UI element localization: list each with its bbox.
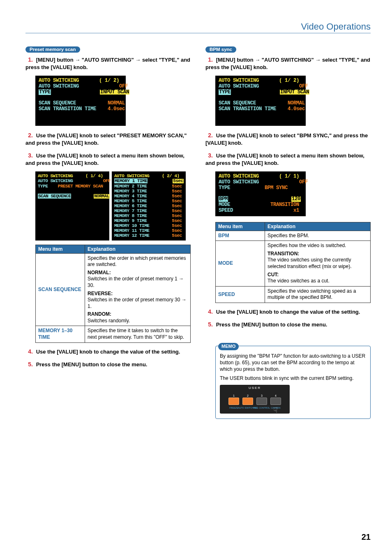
step-text: Use the [VALUE] knob to change the value…	[36, 349, 180, 355]
right-explanation-table: Menu item Explanation BPM Specifies the …	[215, 222, 371, 303]
step-number: 5.	[25, 361, 33, 368]
bpm-sync-pill: BPM sync	[205, 46, 236, 53]
lcd-screen-right-3: AUTO SWITCHING ( 1/ 1) AUTO SWITCHING OF…	[215, 171, 306, 216]
subhead: CUT:	[267, 272, 368, 278]
page-number: 21	[362, 532, 371, 542]
arrow-icon: →	[75, 57, 80, 63]
text: Specifies the order in which preset memo…	[88, 255, 188, 268]
left-step-4: 4. Use the [VALUE] knob to change the va…	[25, 348, 191, 356]
arrow-icon: →	[135, 57, 141, 63]
table-row: SCAN SEQUENCE Specifies the order in whi…	[36, 253, 191, 326]
step-text: Use the [VALUE] knob to select a menu it…	[205, 153, 364, 166]
step-number: 2.	[25, 132, 33, 139]
explanation-cell: Specifies how the video is switched. TRA…	[265, 241, 371, 287]
table-header-menu-item: Menu item	[36, 245, 85, 253]
left-step-1: 1. [MENU] button → "AUTO SWITCHING" → se…	[25, 56, 191, 71]
user-buttons-illustration: USER 1FREEZE 2AUTO SWITCHING 3REC CONTRO…	[220, 385, 290, 414]
text-part: "AUTO SWITCHING"	[80, 57, 135, 63]
user-button-1: 1FREEZE	[228, 398, 239, 405]
menu-item-bpm: BPM	[216, 231, 265, 241]
memo-label: MEMO	[218, 343, 239, 350]
subhead: RANDOM:	[88, 311, 188, 318]
left-step-2: 2. Use the [VALUE] knob to select "PRESE…	[25, 132, 191, 146]
memo-paragraph-1: By assigning the "BPM TAP" function for …	[220, 353, 366, 373]
step-text: Use the [VALUE] knob to select "PRESET M…	[25, 132, 187, 146]
subhead: REVERSE:	[88, 291, 188, 297]
step-text: [MENU] button → "AUTO SWITCHING" → selec…	[25, 57, 190, 70]
table-header-explanation: Explanation	[265, 222, 371, 231]
arrow-icon: →	[315, 57, 321, 63]
preset-memory-scan-pill: Preset memory scan	[25, 46, 80, 53]
step-number: 1.	[25, 56, 33, 64]
user-label: USER	[249, 386, 261, 391]
explanation-cell: Specifies the video switching speed as a…	[265, 286, 371, 303]
explanation-cell: Specifies the BPM.	[265, 231, 371, 241]
right-step-3: 3. Use the [VALUE] knob to select a menu…	[205, 152, 371, 166]
left-explanation-table: Menu item Explanation SCAN SEQUENCE Spec…	[35, 245, 191, 343]
text: Switches in the order of preset memory 1…	[88, 276, 188, 289]
text-part: [MENU] button	[36, 57, 75, 63]
arrow-icon: →	[255, 57, 260, 63]
explanation-cell: Specifies the order in which preset memo…	[85, 253, 191, 326]
step-number: 1.	[205, 56, 213, 64]
step-number: 2.	[205, 132, 213, 139]
step-number: 5.	[205, 321, 213, 328]
table-header-explanation: Explanation	[85, 245, 191, 253]
right-step-2: 2. Use the [VALUE] knob to select "BPM S…	[205, 132, 371, 146]
header-divider	[25, 33, 371, 33]
menu-item-scan-sequence: SCAN SEQUENCE	[36, 253, 85, 326]
step-number: 4.	[25, 348, 33, 356]
right-step-4: 4. Use the [VALUE] knob to change the va…	[205, 308, 371, 316]
section-header: Video Operations	[301, 21, 371, 32]
menu-item-mode: MODE	[216, 241, 265, 287]
menu-item-memory-time: MEMORY 1–30 TIME	[36, 326, 85, 342]
table-header-menu-item: Menu item	[216, 222, 265, 231]
user-button-2: 2AUTO SWITCHING	[242, 398, 253, 405]
lcd-screen-left-3b: AUTO SWITCHING ( 2/ 4) MEMORY 1 TIME 5se…	[112, 171, 186, 240]
step-text: [MENU] button → "AUTO SWITCHING" → selec…	[205, 57, 370, 70]
arrow-icon: →	[182, 297, 187, 303]
step-number: 3.	[25, 152, 33, 160]
text-part: [MENU] button	[216, 57, 255, 63]
lcd-screen-right-1: AUTO SWITCHING ( 1/ 2) AUTO SWITCHING OF…	[215, 76, 306, 126]
text: Specifies how the video is switched.	[267, 243, 368, 249]
subhead: TRANSITION:	[267, 251, 368, 257]
text: The video switches as a cut.	[267, 278, 368, 284]
step-number: 4.	[205, 308, 213, 316]
hand-icon: ☟	[273, 405, 278, 415]
step-text: Press the [MENU] button to close the men…	[36, 361, 148, 368]
text: Switches randomly.	[88, 318, 188, 324]
step-text: Press the [MENU] button to close the men…	[216, 321, 327, 328]
user-button-3: 3REC CONTROL	[256, 398, 267, 405]
text-part: "AUTO SWITCHING"	[260, 57, 315, 63]
right-step-5: 5. Press the [MENU] button to close the …	[205, 321, 371, 328]
table-row: MEMORY 1–30 TIME Specifies the time it t…	[36, 326, 191, 342]
lcd-screen-left-3a: AUTO SWITCHING ( 1/ 4) AUTO SWITCHING OF…	[35, 171, 109, 240]
step-text: Use the [VALUE] knob to select a menu it…	[25, 153, 184, 166]
user-button-4: 4CAMERA	[270, 398, 281, 405]
memo-paragraph-2: The USER buttons blink in sync with the …	[220, 375, 366, 382]
left-step-3: 3. Use the [VALUE] knob to select a menu…	[25, 152, 191, 166]
table-row: MODE Specifies how the video is switched…	[216, 241, 371, 287]
text: Switches in the order of preset memory 3…	[88, 297, 188, 310]
step-text: Use the [VALUE] knob to select "BPM SYNC…	[205, 132, 368, 146]
table-row: SPEED Specifies the video switching spee…	[216, 286, 371, 303]
arrow-icon: →	[179, 276, 184, 282]
step-number: 3.	[205, 152, 213, 160]
right-column: BPM sync 1. [MENU] button → "AUTO SWITCH…	[205, 46, 371, 419]
subhead: NORMAL:	[88, 270, 188, 276]
left-step-5: 5. Press the [MENU] button to close the …	[25, 361, 191, 368]
explanation-cell: Specifies the time it takes to switch to…	[85, 326, 191, 342]
step-text: Use the [VALUE] knob to change the value…	[216, 309, 360, 315]
text: The video switches using the currently s…	[267, 257, 368, 270]
right-step-1: 1. [MENU] button → "AUTO SWITCHING" → se…	[205, 56, 371, 71]
menu-item-speed: SPEED	[216, 286, 265, 303]
left-column: Preset memory scan 1. [MENU] button → "A…	[25, 46, 191, 419]
table-row: BPM Specifies the BPM.	[216, 231, 371, 241]
memo-box: MEMO By assigning the "BPM TAP" function…	[215, 346, 371, 419]
lcd-screen-left-1: AUTO SWITCHING ( 1/ 2) AUTO SWITCHING OF…	[35, 76, 126, 126]
